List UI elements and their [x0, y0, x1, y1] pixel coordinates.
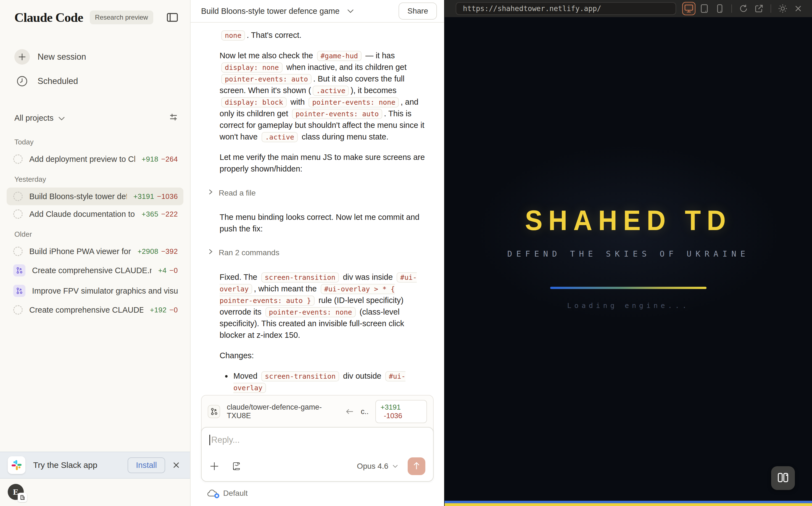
send-button[interactable] — [408, 457, 425, 475]
user-avatar[interactable]: E — [8, 484, 24, 500]
branch-target: c.. — [361, 407, 369, 416]
reply-placeholder: Reply... — [211, 435, 240, 445]
open-external-icon[interactable] — [752, 2, 765, 15]
environment-status-row[interactable]: Default — [206, 489, 434, 498]
tool-call-row[interactable]: Ran 2 commands — [208, 247, 427, 259]
inline-code-chip: screen-transition — [261, 371, 339, 382]
reply-placeholder-line: Reply... — [209, 435, 425, 445]
preview-panel: https://shahedtower.netlify.app/ — [444, 0, 812, 506]
close-icon[interactable] — [172, 461, 180, 469]
split-view-button[interactable] — [771, 466, 795, 490]
session-title: Create comprehensive CLAUDE.md docu... — [32, 266, 152, 275]
diff-added: +2908 — [138, 247, 159, 255]
chat-paragraph: Fixed. The screen-transition div was ins… — [219, 271, 427, 341]
desktop-icon[interactable] — [682, 2, 696, 15]
inline-code-chip: pointer-events: none — [265, 307, 356, 317]
session-list-item[interactable]: Add Claude documentation to object...+36… — [7, 205, 183, 223]
slack-logo-icon — [8, 456, 25, 474]
inline-code-chip: .active — [262, 132, 298, 142]
chevron-down-icon — [392, 464, 398, 468]
sidebar-collapse-icon[interactable] — [166, 11, 178, 23]
session-title: Add deployment preview to Claude ... — [29, 155, 135, 164]
toolbar-divider — [731, 4, 732, 13]
inline-code-chip: #game-hud — [317, 51, 362, 61]
install-slack-button[interactable]: Install — [127, 457, 165, 473]
phone-icon[interactable] — [713, 2, 726, 15]
status-dot — [214, 493, 219, 498]
diff-removed: −0 — [169, 266, 178, 274]
branch-name[interactable]: claude/tower-defence-game-TXU8E — [227, 403, 339, 420]
tool-call-row[interactable]: Read a file — [208, 187, 427, 199]
session-section-label: Yesterday — [7, 168, 183, 187]
game-viewport: SHAHED TD DEFEND THE SKIES OF UKRAINE Lo… — [445, 17, 812, 506]
reply-toolbar: Opus 4.6 — [209, 457, 425, 475]
chevron-down-icon[interactable] — [58, 113, 65, 122]
chat-paragraph: Let me verify the main menu JS to make s… — [219, 151, 427, 175]
session-title: Create comprehensive CLAUDE.md do... — [29, 306, 143, 315]
chat-paragraph: none. That's correct. — [219, 29, 427, 41]
inline-code-chip: pointer-events: auto — [221, 74, 311, 84]
session-list-item[interactable]: Create comprehensive CLAUDE.md do...+192… — [7, 301, 183, 319]
scheduled-label: Scheduled — [37, 76, 78, 86]
inline-code-chip: none — [221, 30, 245, 40]
dashed-circle-icon — [13, 247, 23, 256]
tool-call-label: Read a file — [219, 187, 256, 199]
refresh-icon[interactable] — [737, 2, 750, 15]
session-diff-counts: +3191−1036 — [133, 192, 178, 201]
inline-code-chip: pointer-events: auto — [292, 109, 382, 119]
scroll-icon[interactable] — [232, 461, 242, 472]
session-list-item[interactable]: Add deployment preview to Claude ...+918… — [7, 150, 183, 168]
reply-input[interactable]: Reply... Opus 4.6 — [201, 427, 434, 482]
text-caret — [209, 435, 210, 445]
chat-paragraph: Now let me also check the #game-hud — it… — [219, 50, 427, 143]
url-input[interactable]: https://shahedtower.netlify.app/ — [456, 2, 676, 15]
session-title: Build Bloons-style tower defence ... — [29, 192, 127, 201]
session-section-label: Today — [7, 131, 183, 150]
composer: claude/tower-defence-game-TXU8E c.. +319… — [191, 395, 444, 506]
ukraine-flag-stripes — [445, 501, 812, 506]
tablet-icon[interactable] — [698, 2, 711, 15]
diff-removed: -1036 — [384, 412, 402, 420]
app-root: Claude Code Research preview New session… — [0, 0, 812, 506]
toolbar-divider — [771, 4, 771, 13]
chevron-down-icon[interactable] — [347, 9, 354, 13]
chat-paragraph: Changes: — [219, 350, 427, 361]
sidebar: Claude Code Research preview New session… — [0, 0, 191, 506]
brightness-icon[interactable] — [776, 2, 789, 15]
diff-count-pill[interactable]: +3191 -1036 — [375, 400, 427, 423]
session-list-item[interactable]: Build iPhone PWA viewer for Micros...+29… — [7, 243, 183, 260]
new-session-button[interactable]: New session — [0, 45, 190, 69]
session-diff-counts: +918−264 — [142, 155, 178, 164]
session-diff-counts: +365−222 — [142, 210, 178, 219]
scheduled-button[interactable]: Scheduled — [0, 69, 190, 93]
session-list-item[interactable]: Build Bloons-style tower defence ...+319… — [7, 187, 183, 205]
diff-added: +3191 — [133, 192, 154, 200]
git-branch-icon — [208, 405, 220, 418]
game-subtitle: DEFEND THE SKIES OF UKRAINE — [507, 249, 749, 259]
sliders-icon[interactable] — [169, 112, 178, 124]
model-selector[interactable]: Opus 4.6 — [357, 462, 398, 471]
conversation-transcript: none. That's correct.Now let me also che… — [191, 23, 444, 395]
close-icon[interactable] — [792, 2, 805, 15]
sidebar-header: Claude Code Research preview — [0, 10, 190, 25]
model-name: Opus 4.6 — [357, 462, 388, 471]
chevron-right-icon — [208, 247, 213, 259]
cloud-icon — [206, 489, 218, 498]
session-title: Improve FPV simulator graphics and visua… — [32, 286, 178, 296]
dashed-circle-icon — [13, 192, 23, 201]
all-projects-dropdown[interactable]: All projects — [14, 113, 54, 122]
tool-call-label: Ran 2 commands — [219, 247, 279, 259]
diff-added: +365 — [142, 210, 159, 218]
git-branch-icon — [13, 285, 25, 297]
inline-code-chip: screen-transition — [261, 272, 339, 282]
git-branch-icon — [13, 264, 25, 276]
chat-header: Build Bloons-style tower defence game Sh… — [191, 0, 444, 23]
session-list-item[interactable]: Improve FPV simulator graphics and visua… — [7, 281, 183, 301]
clock-icon — [14, 74, 30, 89]
inline-code-chip: display: block — [221, 97, 287, 107]
plus-icon[interactable] — [209, 461, 219, 471]
share-button[interactable]: Share — [398, 2, 437, 20]
dashed-circle-icon — [13, 154, 23, 164]
new-session-label: New session — [37, 52, 86, 62]
session-list-item[interactable]: Create comprehensive CLAUDE.md docu...+4… — [7, 260, 183, 281]
